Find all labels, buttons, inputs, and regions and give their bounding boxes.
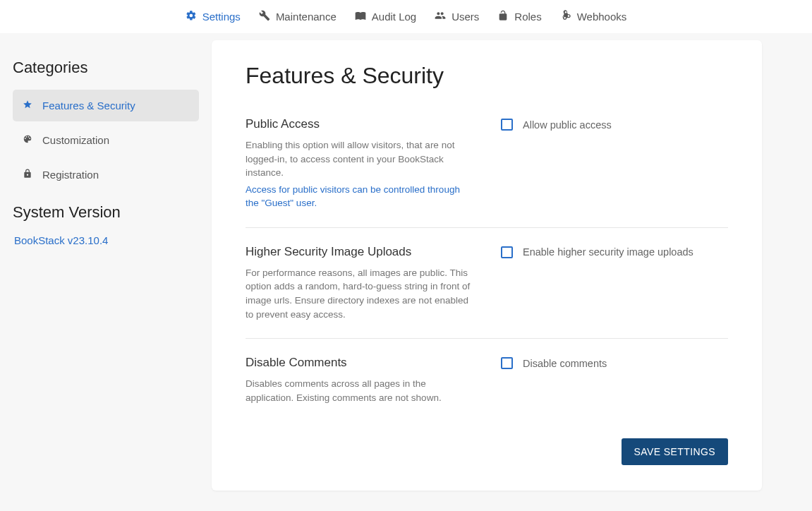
system-version-heading: System Version: [13, 203, 199, 222]
checkbox-allow-public-access[interactable]: Allow public access: [501, 119, 728, 131]
checkbox-label: Enable higher security image uploads: [523, 246, 693, 258]
tab-label: Settings: [202, 11, 241, 23]
main-area: Features & Security Public Access Enabli…: [212, 33, 812, 511]
version-link[interactable]: BookStack v23.10.4: [13, 234, 199, 246]
lock-open-icon: [497, 10, 509, 23]
sidebar: Categories Features & Security Customiza…: [0, 33, 212, 511]
tab-webhooks[interactable]: Webhooks: [560, 10, 627, 23]
setting-title: Disable Comments: [246, 356, 473, 370]
tab-label: Audit Log: [372, 11, 416, 23]
setting-description: Enabling this option will allow visitors…: [246, 138, 473, 180]
gear-icon: [186, 10, 197, 23]
users-icon: [435, 10, 446, 23]
categories-heading: Categories: [13, 59, 199, 77]
top-tabs: Settings Maintenance Audit Log Users Rol…: [0, 0, 812, 33]
checkbox-enable-secure-images[interactable]: Enable higher security image uploads: [501, 246, 728, 258]
webhook-icon: [560, 10, 571, 23]
sidebar-item-label: Customization: [42, 134, 109, 146]
checkbox-box: [501, 119, 513, 131]
setting-description: Disables comments across all pages in th…: [246, 377, 473, 404]
sidebar-item-features-security[interactable]: Features & Security: [13, 90, 199, 121]
setting-description: For performance reasons, all images are …: [246, 266, 473, 321]
tab-maintenance[interactable]: Maintenance: [259, 10, 337, 23]
save-settings-button[interactable]: SAVE SETTINGS: [622, 438, 728, 465]
page-title: Features & Security: [246, 63, 728, 89]
checkbox-box: [501, 357, 513, 369]
checkbox-box: [501, 246, 513, 258]
lock-icon: [23, 169, 32, 181]
setting-public-access: Public Access Enabling this option will …: [246, 117, 728, 227]
tab-label: Webhooks: [577, 11, 627, 23]
sidebar-item-label: Features & Security: [42, 100, 135, 112]
setting-title: Higher Security Image Uploads: [246, 245, 473, 259]
settings-card: Features & Security Public Access Enabli…: [212, 40, 762, 491]
checkbox-label: Disable comments: [523, 358, 607, 369]
setting-note-link[interactable]: Access for public visitors can be contro…: [246, 183, 473, 210]
tab-roles[interactable]: Roles: [497, 10, 541, 23]
sidebar-item-registration[interactable]: Registration: [13, 159, 199, 191]
tab-label: Maintenance: [276, 11, 337, 23]
book-open-icon: [355, 10, 366, 23]
sidebar-item-label: Registration: [42, 169, 99, 181]
setting-title: Public Access: [246, 117, 473, 131]
card-footer: SAVE SETTINGS: [246, 421, 728, 465]
checkbox-label: Allow public access: [523, 119, 612, 131]
wrench-icon: [259, 10, 270, 23]
checkbox-disable-comments[interactable]: Disable comments: [501, 357, 728, 369]
setting-disable-comments: Disable Comments Disables comments acros…: [246, 338, 728, 421]
tab-settings[interactable]: Settings: [186, 10, 241, 23]
tab-audit-log[interactable]: Audit Log: [355, 10, 416, 23]
star-icon: [23, 100, 32, 112]
tab-label: Users: [452, 11, 479, 23]
sidebar-item-customization[interactable]: Customization: [13, 124, 199, 156]
tab-label: Roles: [514, 11, 541, 23]
tab-users[interactable]: Users: [435, 10, 479, 23]
setting-image-uploads: Higher Security Image Uploads For perfor…: [246, 227, 728, 338]
palette-icon: [23, 134, 32, 146]
